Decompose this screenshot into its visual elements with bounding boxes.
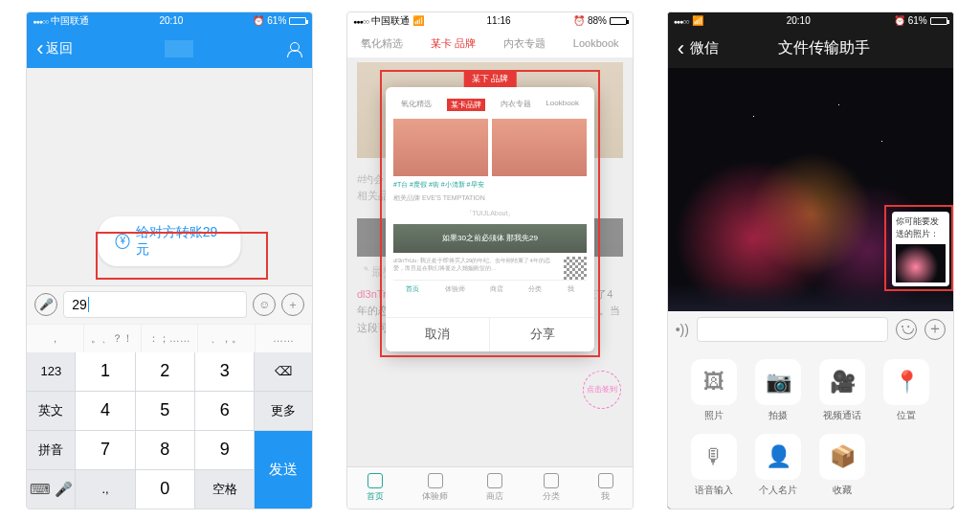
chevron-left-icon[interactable] [678,38,684,59]
candidate[interactable]: ， [27,325,84,352]
wifi-icon: 📶 [692,15,703,26]
chevron-left-icon [36,38,43,59]
bottom-nav: 首页 体验师 商店 分类 我 [347,466,633,509]
share-button[interactable]: 分享 [489,318,594,351]
mode-english[interactable]: 英文 [27,392,75,430]
status-time: 20:10 [159,15,183,26]
popup-text: 你可能要发送的照片： [896,215,946,240]
nav-home[interactable]: 首页 [367,473,384,503]
more-icon[interactable]: ＋ [281,293,304,316]
chat-area: ¥ 给对方转账29元 [27,68,312,285]
mic-icon: 🎙 [691,434,737,480]
checkin-stamp[interactable]: 点击签到 [583,371,621,409]
nav-tester[interactable]: 体验师 [422,473,448,503]
cancel-button[interactable]: 取消 [386,318,490,351]
action-favorites[interactable]: 📦收藏 [815,434,870,497]
key-6[interactable]: 6 [195,392,254,430]
carrier: 中国联通 [371,14,410,28]
photo-message[interactable]: 你可能要发送的照片： [668,68,953,311]
key-3[interactable]: 3 [195,352,254,391]
key-5[interactable]: 5 [136,392,194,430]
qr-code-icon [564,257,587,280]
key-4[interactable]: 4 [76,392,134,430]
overlay-tags: #T台 #度假 #街 #小清新 #早安 [393,180,587,190]
voice-wave-icon[interactable]: •)) [676,322,689,337]
overlay-body: 氧化精选 某卡品牌 内衣专题 Lookbook #T台 #度假 #街 #小清新 … [386,87,594,317]
key-2[interactable]: 2 [136,352,194,391]
alarm-icon: ⏰ [894,15,905,26]
home-icon [368,473,383,488]
back-label[interactable]: 微信 [690,39,719,57]
tab[interactable]: 氧化精选 [361,36,403,51]
key-7[interactable]: 7 [76,431,134,469]
top-tabs: 氧化精选 某卡 品牌 内衣专题 Lookbook [347,30,633,58]
tab-active[interactable]: 某卡 品牌 [431,36,476,51]
category-icon [544,473,559,488]
key-space[interactable]: 空格 [195,470,254,509]
carrier: 中国联通 [51,14,89,28]
emoji-icon[interactable]: ☺ [253,293,276,316]
candidate[interactable]: ：；…… [142,325,199,352]
key-0[interactable]: 0 [136,470,194,509]
candidate[interactable]: 、，。 [198,325,256,352]
attachment-panel: 🖼照片 📷拍摄 🎥视频通话 📍位置 🎙语音输入 👤个人名片 📦收藏 [668,348,953,509]
wifi-icon: 📶 [412,15,424,26]
action-location[interactable]: 📍位置 [880,359,934,422]
action-video-call[interactable]: 🎥视频通话 [815,359,870,422]
overlay-desc: dl3nTrUo: 我正处于即将买入29的年纪。去年刚结束了4年的恋爱，而且是在… [393,257,587,280]
input-value: 29 [72,297,87,312]
phone-3-wechat: 📶 20:10 ⏰ 61% 微信 文件传输助手 你可能要发送的照片： •)) ＋… [667,11,954,509]
photo-icon: 🖼 [691,359,737,405]
alarm-icon: ⏰ [253,15,264,26]
box-icon: 📦 [819,434,865,480]
overlay-divider: 「TUIJLAbout」 [393,209,587,218]
mode-123[interactable]: 123 [27,352,75,391]
message-input[interactable]: 29 [63,291,247,318]
overlay-buttons: 取消 分享 [386,317,594,351]
keyboard-settings-icon[interactable]: ⌨ 🎤 [27,470,75,509]
action-photo[interactable]: 🖼照片 [687,359,742,422]
key-1[interactable]: 1 [76,352,134,391]
status-bar: 中国联通 📶 11:16 ⏰ 88% [347,12,633,30]
battery-icon [930,17,947,25]
message-input[interactable] [697,317,888,342]
send-key[interactable]: 发送 [255,431,312,509]
emoji-icon[interactable] [896,319,917,340]
key-punct[interactable]: ., [76,470,134,509]
back-button[interactable]: 返回 [36,38,72,59]
backspace-key[interactable]: ⌫ [255,352,312,391]
battery-pct: 61% [908,15,927,26]
status-time: 11:16 [487,15,511,26]
plus-icon[interactable]: ＋ [924,319,946,340]
nav-me[interactable]: 我 [598,473,613,503]
tester-icon [428,473,443,488]
action-camera[interactable]: 📷拍摄 [751,359,806,422]
back-label: 返回 [46,40,73,57]
chat-title: 文件传输助手 [724,38,924,58]
key-9[interactable]: 9 [195,431,254,469]
recent-photo-popup[interactable]: 你可能要发送的照片： [892,212,949,286]
voice-icon[interactable]: 🎤 [34,293,57,316]
share-preview-overlay: 氧化精选 某卡品牌 内衣专题 Lookbook #T台 #度假 #街 #小清新 … [386,87,594,351]
overlay-tabs: 氧化精选 某卡品牌 内衣专题 Lookbook [393,95,587,115]
nav-category[interactable]: 分类 [543,473,560,503]
overlay-nav: 首页 体验师 商店 分类 我 [393,280,587,298]
status-time: 20:10 [787,15,811,26]
signal-dots-icon [674,15,689,26]
profile-icon[interactable] [285,40,302,57]
action-voice-input[interactable]: 🎙语音输入 [687,434,742,497]
candidate[interactable]: 。、？！ [84,325,142,352]
input-bar: •)) ＋ [668,311,953,348]
candidate[interactable]: …… [256,325,313,352]
action-contact-card[interactable]: 👤个人名片 [751,434,806,497]
tab[interactable]: 内衣专题 [503,36,546,51]
chat-title [165,40,193,57]
signal-dots-icon [33,15,48,26]
preview-image [492,119,587,176]
key-more[interactable]: 更多 [255,392,312,430]
mode-pinyin[interactable]: 拼音 [27,431,75,469]
nav-shop[interactable]: 商店 [486,473,503,503]
key-8[interactable]: 8 [136,431,194,469]
tab[interactable]: Lookbook [573,37,619,49]
status-bar: 中国联通 20:10 ⏰ 61% [27,12,312,30]
